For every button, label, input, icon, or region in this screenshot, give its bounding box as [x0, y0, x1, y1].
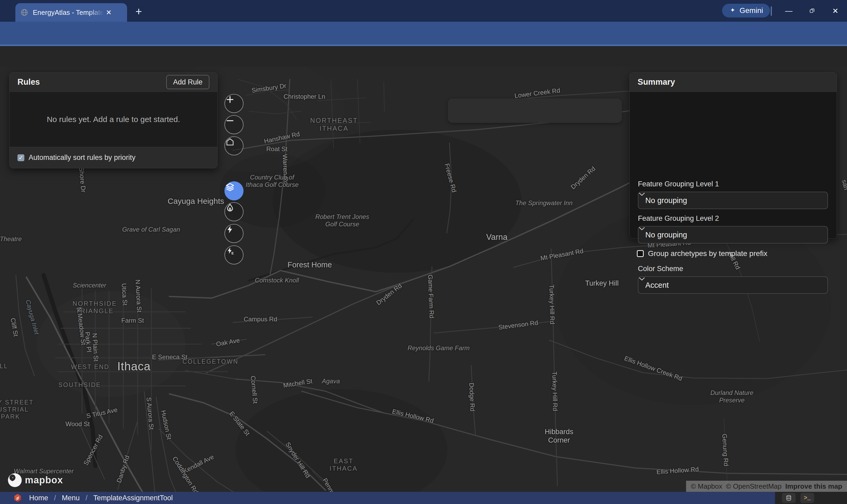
- sparkle-icon: [729, 7, 736, 14]
- zoom-in-button[interactable]: [224, 94, 244, 113]
- water-layer-button[interactable]: [224, 202, 244, 221]
- map-label: Game Farm Rd: [427, 274, 435, 319]
- map-label: SOUTHSIDE: [58, 381, 101, 389]
- osm-attribution-link[interactable]: © OpenStreetMap: [726, 482, 781, 490]
- window-close-button[interactable]: ✕: [828, 5, 843, 17]
- map-label: Farm St: [121, 317, 144, 324]
- grouping-level2-select[interactable]: No grouping: [638, 226, 828, 244]
- browser-url-row: ← → localhost:5000/templateAssignment.ht…: [0, 22, 847, 44]
- map-label: Ithaca: [117, 359, 150, 373]
- rules-empty-state: No rules yet. Add a rule to get started.: [10, 92, 217, 147]
- energy-layer-button[interactable]: E: [224, 246, 244, 265]
- add-rule-button[interactable]: Add Rule: [166, 75, 209, 89]
- map-label: The Springwater Inn: [515, 199, 573, 207]
- browser-tab[interactable]: EnergyAtlas - Template Assig ✕: [15, 3, 127, 22]
- map-canvas[interactable]: Simsbury DrChristopher LnNORTHEAST ITHAC…: [0, 67, 847, 492]
- map-label: Christopher Ln: [284, 93, 325, 100]
- divider: [771, 6, 772, 16]
- improve-map-link[interactable]: Improve this map: [785, 482, 842, 490]
- mapbox-attribution-link[interactable]: © Mapbox: [691, 482, 722, 490]
- map-label: COLLEGETOWN: [182, 358, 238, 365]
- prefix-label: Group archetypes by template prefix: [648, 249, 767, 258]
- rules-panel: Rules Add Rule No rules yet. Add a rule …: [9, 72, 218, 168]
- map-label: RRY STREET DUSTRIAL PARK: [0, 399, 34, 420]
- breadcrumb-separator: /: [86, 494, 88, 502]
- minimize-button[interactable]: —: [781, 5, 796, 17]
- tab-title: EnergyAtlas - Template Assig: [33, 8, 104, 17]
- map-label: Sciencenter: [73, 282, 106, 289]
- breadcrumb-item-templateassignmenttool[interactable]: TemplateAssignmentTool: [93, 494, 173, 502]
- map-label: Turkey Hill: [585, 279, 619, 288]
- rules-title: Rules: [17, 77, 40, 87]
- rules-empty-text: No rules yet. Add a rule to get started.: [47, 115, 180, 124]
- map-label: WEST END: [71, 363, 110, 371]
- breadcrumb-item-menu[interactable]: Menu: [62, 494, 80, 502]
- gemini-button[interactable]: Gemini: [722, 4, 770, 17]
- map-label: Country Club of Ithaca Golf Course: [246, 174, 299, 189]
- chevron-down-icon: [638, 227, 645, 231]
- chevron-down-icon: [638, 192, 645, 196]
- prefix-checkbox-row: Group archetypes by template prefix: [637, 249, 767, 258]
- map-label: Dodge Rd: [468, 382, 476, 411]
- mapbox-logo[interactable]: mapbox: [8, 473, 63, 487]
- map-label: Hibbards Corner: [545, 428, 573, 445]
- map-label: Durland Nature Preserve: [710, 389, 754, 404]
- layers-button[interactable]: [224, 181, 244, 200]
- app-hexagon-logo-icon[interactable]: [14, 493, 22, 502]
- summary-panel: Summary: [629, 72, 837, 239]
- taskbar: Home/Menu/TemplateAssignmentTool >_: [0, 492, 847, 504]
- rules-panel-footer: ✓ Automatically sort rules by priority: [10, 147, 217, 168]
- map-label: Reynolds Game Farm: [408, 344, 470, 352]
- mapbox-logo-icon: [8, 473, 22, 487]
- terminal-tray-button[interactable]: >_: [800, 493, 814, 503]
- reset-view-button[interactable]: [224, 136, 244, 156]
- map-label: gar Theatre: [0, 235, 22, 243]
- grouping-level2-value: No grouping: [645, 231, 687, 239]
- power-layer-button[interactable]: [224, 224, 244, 243]
- browser-tab-strip: EnergyAtlas - Template Assig ✕ + Gemini …: [0, 0, 847, 22]
- prefix-checkbox[interactable]: [637, 250, 644, 257]
- grouping-level1-value: No grouping: [645, 196, 687, 205]
- map-label: Roat St: [266, 145, 287, 153]
- globe-favicon-icon: [20, 8, 29, 17]
- map-label: Robert Trent Jones Golf Course: [315, 213, 369, 228]
- zoom-out-button[interactable]: [224, 115, 244, 134]
- map-attribution: © Mapbox © OpenStreetMap Improve this ma…: [686, 481, 847, 492]
- map-label: Turkey Hill Rd: [548, 285, 556, 324]
- gemini-label: Gemini: [740, 6, 763, 15]
- new-tab-button[interactable]: +: [133, 6, 145, 17]
- taskbar-tray: >_: [775, 492, 847, 504]
- map-label: Turkey Hill Rd: [551, 372, 559, 411]
- grouping-level1-label: Feature Grouping Level 1: [638, 180, 719, 188]
- map-label: Forest Home: [287, 260, 332, 269]
- map-label: EAST ITHACA: [329, 457, 358, 472]
- map-label: Comstock Knoll: [255, 276, 299, 284]
- map-label: N Plain St: [91, 333, 100, 362]
- map-label: E Seneca St: [152, 354, 187, 361]
- empty-overlay-box[interactable]: [448, 98, 622, 123]
- app-toolbar: ← Back Template Assignment Tool Import F…: [0, 46, 847, 67]
- map-label: Wood St: [66, 420, 90, 428]
- map-label: ILL: [0, 363, 8, 370]
- grouping-level1-select[interactable]: No grouping: [638, 192, 828, 209]
- mapbox-wordmark: mapbox: [25, 474, 63, 486]
- color-scheme-select[interactable]: Accent: [638, 276, 828, 294]
- summary-title: Summary: [638, 77, 675, 87]
- restore-button[interactable]: [805, 5, 819, 17]
- color-scheme-label: Color Scheme: [638, 265, 683, 273]
- autosort-label: Automatically sort rules by priority: [29, 154, 136, 162]
- breadcrumb-item-home[interactable]: Home: [29, 494, 48, 502]
- autosort-checkbox[interactable]: ✓: [17, 154, 24, 161]
- chevron-down-icon: [638, 277, 645, 281]
- map-label: Agava: [322, 377, 340, 385]
- svg-text:E: E: [232, 251, 234, 255]
- color-scheme-value: Accent: [645, 281, 669, 290]
- rules-panel-header: Rules Add Rule: [10, 73, 217, 92]
- map-label: Varna: [486, 232, 507, 242]
- tab-close-icon[interactable]: ✕: [106, 8, 112, 17]
- map-label: NORTHEAST ITHACA: [310, 117, 358, 132]
- grouping-level2-label: Feature Grouping Level 2: [638, 214, 719, 222]
- breadcrumb-separator: /: [54, 494, 56, 502]
- map-label: Grave of Carl Sagan: [122, 226, 180, 233]
- database-tray-button[interactable]: [782, 493, 796, 503]
